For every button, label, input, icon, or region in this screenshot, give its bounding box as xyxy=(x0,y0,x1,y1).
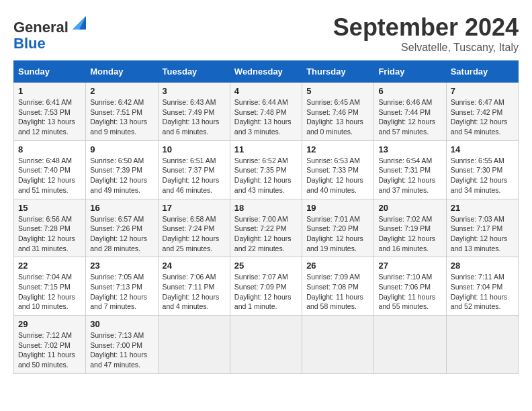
day-number: 7 xyxy=(451,86,514,96)
day-info: Sunrise: 6:57 AMSunset: 7:26 PMDaylight:… xyxy=(90,214,153,254)
day-number: 5 xyxy=(306,86,369,96)
page-header: General Blue September 2024 Selvatelle, … xyxy=(13,13,519,54)
day-info: Sunrise: 6:51 AMSunset: 7:37 PMDaylight:… xyxy=(163,156,226,195)
day-cell: 5Sunrise: 6:45 AMSunset: 7:46 PMDaylight… xyxy=(302,83,374,141)
day-number: 10 xyxy=(163,144,226,154)
day-info: Sunrise: 7:05 AMSunset: 7:13 PMDaylight:… xyxy=(90,272,153,312)
day-number: 18 xyxy=(234,203,298,213)
day-info: Sunrise: 6:53 AMSunset: 7:33 PMDaylight:… xyxy=(306,156,369,195)
day-number: 21 xyxy=(451,203,514,213)
day-number: 6 xyxy=(378,86,441,96)
day-info: Sunrise: 7:10 AMSunset: 7:06 PMDaylight:… xyxy=(378,272,441,312)
day-number: 3 xyxy=(163,86,226,96)
day-cell: 19Sunrise: 7:01 AMSunset: 7:20 PMDayligh… xyxy=(302,199,374,257)
day-cell: 9Sunrise: 6:50 AMSunset: 7:39 PMDaylight… xyxy=(86,140,158,199)
col-wednesday: Wednesday xyxy=(230,61,302,83)
day-info: Sunrise: 7:06 AMSunset: 7:11 PMDaylight:… xyxy=(163,272,226,312)
day-cell: 18Sunrise: 7:00 AMSunset: 7:22 PMDayligh… xyxy=(230,199,302,257)
day-number: 4 xyxy=(234,86,298,96)
day-number: 12 xyxy=(306,144,369,154)
day-cell: 12Sunrise: 6:53 AMSunset: 7:33 PMDayligh… xyxy=(302,140,374,199)
day-info: Sunrise: 6:48 AMSunset: 7:40 PMDaylight:… xyxy=(18,156,81,195)
day-cell: 30Sunrise: 7:13 AMSunset: 7:00 PMDayligh… xyxy=(86,316,158,374)
location: Selvatelle, Tuscany, Italy xyxy=(333,42,519,54)
day-info: Sunrise: 7:11 AMSunset: 7:04 PMDaylight:… xyxy=(451,272,514,312)
day-info: Sunrise: 7:13 AMSunset: 7:00 PMDaylight:… xyxy=(90,330,153,370)
day-number: 14 xyxy=(451,144,514,154)
day-cell: 7Sunrise: 6:47 AMSunset: 7:42 PMDaylight… xyxy=(446,83,518,141)
day-info: Sunrise: 6:55 AMSunset: 7:30 PMDaylight:… xyxy=(451,156,514,195)
day-cell: 28Sunrise: 7:11 AMSunset: 7:04 PMDayligh… xyxy=(446,257,518,316)
day-cell: 1Sunrise: 6:41 AMSunset: 7:53 PMDaylight… xyxy=(14,83,86,141)
day-info: Sunrise: 7:02 AMSunset: 7:19 PMDaylight:… xyxy=(378,214,441,254)
day-number: 30 xyxy=(90,319,153,329)
day-info: Sunrise: 6:47 AMSunset: 7:42 PMDaylight:… xyxy=(451,97,514,137)
day-cell: 26Sunrise: 7:09 AMSunset: 7:08 PMDayligh… xyxy=(302,257,374,316)
day-cell: 20Sunrise: 7:02 AMSunset: 7:19 PMDayligh… xyxy=(374,199,446,257)
day-cell: 23Sunrise: 7:05 AMSunset: 7:13 PMDayligh… xyxy=(86,257,158,316)
day-number: 13 xyxy=(378,144,441,154)
day-number: 15 xyxy=(18,203,81,213)
logo: General Blue xyxy=(13,13,89,52)
month-title: September 2024 xyxy=(333,13,519,42)
day-info: Sunrise: 6:42 AMSunset: 7:51 PMDaylight:… xyxy=(90,97,153,137)
day-info: Sunrise: 6:46 AMSunset: 7:44 PMDaylight:… xyxy=(378,97,441,137)
day-cell: 6Sunrise: 6:46 AMSunset: 7:44 PMDaylight… xyxy=(374,83,446,141)
day-cell: 3Sunrise: 6:43 AMSunset: 7:49 PMDaylight… xyxy=(158,83,230,141)
day-info: Sunrise: 7:07 AMSunset: 7:09 PMDaylight:… xyxy=(234,272,298,312)
day-cell xyxy=(302,316,374,374)
day-number: 9 xyxy=(90,144,153,154)
day-cell xyxy=(158,316,230,374)
day-number: 29 xyxy=(18,319,81,329)
day-cell: 14Sunrise: 6:55 AMSunset: 7:30 PMDayligh… xyxy=(446,140,518,199)
day-info: Sunrise: 7:03 AMSunset: 7:17 PMDaylight:… xyxy=(451,214,514,254)
day-cell: 15Sunrise: 6:56 AMSunset: 7:28 PMDayligh… xyxy=(14,199,86,257)
day-info: Sunrise: 7:00 AMSunset: 7:22 PMDaylight:… xyxy=(234,214,298,254)
week-row-2: 8Sunrise: 6:48 AMSunset: 7:40 PMDaylight… xyxy=(14,140,519,199)
day-cell xyxy=(230,316,302,374)
logo-icon xyxy=(70,13,89,32)
header-row: Sunday Monday Tuesday Wednesday Thursday… xyxy=(14,61,519,83)
day-number: 17 xyxy=(163,203,226,213)
logo-general: General xyxy=(13,19,69,36)
day-info: Sunrise: 6:41 AMSunset: 7:53 PMDaylight:… xyxy=(18,97,81,137)
day-number: 28 xyxy=(451,261,514,271)
day-number: 16 xyxy=(90,203,153,213)
logo-blue: Blue xyxy=(13,35,46,52)
day-number: 2 xyxy=(90,86,153,96)
col-friday: Friday xyxy=(374,61,446,83)
col-tuesday: Tuesday xyxy=(158,61,230,83)
day-number: 25 xyxy=(234,261,298,271)
day-cell: 2Sunrise: 6:42 AMSunset: 7:51 PMDaylight… xyxy=(86,83,158,141)
day-cell: 27Sunrise: 7:10 AMSunset: 7:06 PMDayligh… xyxy=(374,257,446,316)
week-row-1: 1Sunrise: 6:41 AMSunset: 7:53 PMDaylight… xyxy=(14,83,519,141)
day-info: Sunrise: 7:09 AMSunset: 7:08 PMDaylight:… xyxy=(306,272,369,312)
day-info: Sunrise: 7:04 AMSunset: 7:15 PMDaylight:… xyxy=(18,272,81,312)
day-cell: 8Sunrise: 6:48 AMSunset: 7:40 PMDaylight… xyxy=(14,140,86,199)
day-info: Sunrise: 6:50 AMSunset: 7:39 PMDaylight:… xyxy=(90,156,153,195)
day-cell: 4Sunrise: 6:44 AMSunset: 7:48 PMDaylight… xyxy=(230,83,302,141)
day-cell: 17Sunrise: 6:58 AMSunset: 7:24 PMDayligh… xyxy=(158,199,230,257)
col-sunday: Sunday xyxy=(14,61,86,83)
week-row-4: 22Sunrise: 7:04 AMSunset: 7:15 PMDayligh… xyxy=(14,257,519,316)
day-number: 26 xyxy=(306,261,369,271)
day-number: 27 xyxy=(378,261,441,271)
day-info: Sunrise: 6:52 AMSunset: 7:35 PMDaylight:… xyxy=(234,156,298,195)
day-cell: 24Sunrise: 7:06 AMSunset: 7:11 PMDayligh… xyxy=(158,257,230,316)
calendar-table: Sunday Monday Tuesday Wednesday Thursday… xyxy=(13,60,519,374)
day-number: 24 xyxy=(163,261,226,271)
day-info: Sunrise: 6:44 AMSunset: 7:48 PMDaylight:… xyxy=(234,97,298,137)
day-number: 23 xyxy=(90,261,153,271)
col-saturday: Saturday xyxy=(446,61,518,83)
day-cell: 22Sunrise: 7:04 AMSunset: 7:15 PMDayligh… xyxy=(14,257,86,316)
day-cell: 25Sunrise: 7:07 AMSunset: 7:09 PMDayligh… xyxy=(230,257,302,316)
day-cell: 16Sunrise: 6:57 AMSunset: 7:26 PMDayligh… xyxy=(86,199,158,257)
day-info: Sunrise: 7:12 AMSunset: 7:02 PMDaylight:… xyxy=(18,330,81,370)
day-info: Sunrise: 6:54 AMSunset: 7:31 PMDaylight:… xyxy=(378,156,441,195)
day-number: 22 xyxy=(18,261,81,271)
day-info: Sunrise: 7:01 AMSunset: 7:20 PMDaylight:… xyxy=(306,214,369,254)
day-cell: 21Sunrise: 7:03 AMSunset: 7:17 PMDayligh… xyxy=(446,199,518,257)
day-cell: 13Sunrise: 6:54 AMSunset: 7:31 PMDayligh… xyxy=(374,140,446,199)
title-area: September 2024 Selvatelle, Tuscany, Ital… xyxy=(333,13,519,54)
col-thursday: Thursday xyxy=(302,61,374,83)
